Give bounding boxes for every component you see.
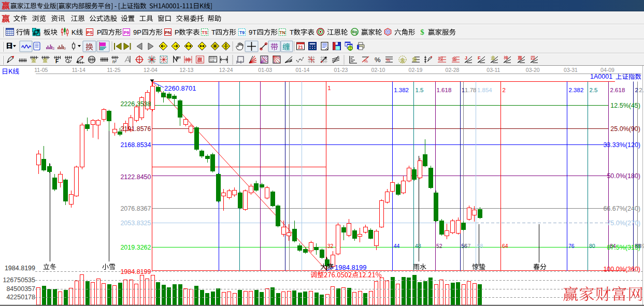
svg-text:1984.8199: 1984.8199 [5, 265, 35, 272]
svg-text:T: T [211, 28, 216, 36]
svg-text:48: 48 [415, 243, 421, 249]
svg-text:64: 64 [502, 243, 508, 249]
svg-text:12-24: 12-24 [219, 67, 233, 73]
svg-text:11-25: 11-25 [107, 67, 121, 73]
svg-text:2019.3262: 2019.3262 [120, 244, 151, 251]
svg-text:02-10: 02-10 [371, 67, 385, 73]
svg-text:F: F [478, 55, 481, 61]
svg-text:84500357: 84500357 [6, 285, 35, 293]
svg-text:04-09: 04-09 [600, 67, 614, 73]
svg-text:2168.8534: 2168.8534 [120, 141, 151, 149]
svg-text:1984.8199: 1984.8199 [120, 268, 151, 275]
svg-text:%: % [386, 57, 390, 63]
svg-text:32: 32 [327, 243, 334, 249]
svg-text:50.0%(180): 50.0%(180) [607, 172, 640, 180]
svg-text:2.5: 2.5 [590, 87, 598, 93]
svg-text:02-19: 02-19 [409, 67, 423, 73]
svg-text:9P: 9P [133, 28, 141, 36]
svg-text:66.67%(240): 66.67%(240) [603, 205, 640, 212]
svg-text:25.0%(90): 25.0%(90) [610, 125, 640, 133]
svg-text:2: 2 [635, 87, 638, 93]
svg-text:2.: 2. [639, 87, 644, 93]
svg-text:n²: n² [112, 59, 117, 64]
svg-text:K: K [71, 28, 76, 36]
svg-text:123: 123 [210, 60, 214, 63]
svg-text:52: 52 [436, 243, 442, 249]
svg-text:01-23: 01-23 [334, 67, 348, 73]
svg-text:03-11: 03-11 [486, 67, 500, 73]
svg-text:P: P [97, 28, 102, 36]
svg-text:2076.8367: 2076.8367 [120, 205, 151, 212]
svg-text:2: 2 [503, 87, 506, 93]
svg-text:T: T [290, 28, 294, 36]
svg-text:58: 58 [477, 243, 483, 249]
svg-text:12.5%(45): 12.5%(45) [610, 102, 640, 109]
svg-text:03-31: 03-31 [564, 67, 578, 73]
svg-text:%: % [375, 56, 381, 64]
svg-text:11-05: 11-05 [34, 67, 48, 73]
svg-text:126750535: 126750535 [3, 276, 35, 284]
svg-text:F: F [55, 59, 59, 64]
svg-text:03-20: 03-20 [526, 67, 540, 73]
svg-text:12-04: 12-04 [144, 67, 158, 73]
svg-text:2122.8450: 2122.8450 [120, 173, 151, 181]
svg-text:76: 76 [568, 243, 575, 249]
svg-text:2053.8325: 2053.8325 [120, 220, 151, 227]
svg-text:2191.8576: 2191.8576 [120, 125, 151, 133]
svg-text:J: J [465, 55, 467, 61]
svg-text:1.5: 1.5 [416, 87, 424, 93]
svg-text:2.382: 2.382 [569, 87, 584, 93]
svg-text:3: 3 [52, 47, 54, 50]
svg-text:44: 44 [394, 243, 400, 249]
svg-text:57: 57 [465, 243, 471, 249]
svg-text:2260.8701: 2260.8701 [164, 84, 196, 92]
svg-text:100.0%(360): 100.0%(360) [603, 266, 640, 273]
svg-text:01-03: 01-03 [258, 67, 272, 73]
svg-text:02-28: 02-28 [446, 67, 460, 73]
svg-text:9: 9 [64, 47, 66, 50]
svg-text:12-13: 12-13 [179, 67, 193, 73]
svg-text:11-14: 11-14 [72, 67, 85, 73]
svg-text:9T: 9T [249, 28, 256, 36]
svg-text:1984.8199: 1984.8199 [335, 264, 366, 271]
svg-text:87.5%(315): 87.5%(315) [607, 244, 640, 251]
svg-text:75.0%(270): 75.0%(270) [607, 220, 640, 227]
svg-text:21: 21 [298, 45, 303, 50]
svg-text:1A0001: 1A0001 [590, 73, 612, 80]
svg-text:01-14: 01-14 [295, 67, 309, 73]
svg-text:P: P [175, 28, 179, 36]
svg-text:80: 80 [589, 243, 595, 249]
svg-text:33.33%(120): 33.33%(120) [603, 141, 640, 149]
svg-text:1.854: 1.854 [477, 87, 492, 93]
svg-text:1: 1 [327, 85, 331, 91]
svg-text:42250178: 42250178 [6, 294, 35, 301]
svg-text:2.618: 2.618 [610, 87, 625, 93]
svg-text:2226.3538: 2226.3538 [120, 100, 151, 108]
svg-text:%: % [364, 59, 368, 64]
svg-text:1.618: 1.618 [437, 87, 452, 93]
svg-text:1.78: 1.78 [465, 87, 476, 93]
svg-text:1.382: 1.382 [394, 87, 409, 93]
